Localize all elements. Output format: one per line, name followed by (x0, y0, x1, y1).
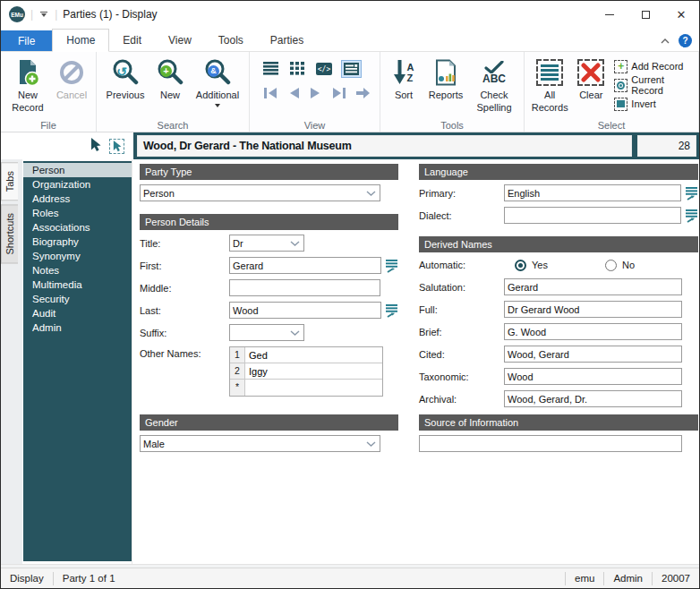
minimize-button[interactable] (592, 1, 627, 28)
reports-icon (434, 57, 457, 88)
sidebar-item-multimedia[interactable]: Multimedia (23, 277, 132, 292)
automatic-yes-option[interactable]: Yes (515, 260, 548, 271)
radio-selected-icon[interactable] (515, 260, 526, 271)
additional-search-button[interactable]: & Additional (190, 55, 245, 110)
status-record-position: Party 1 of 1 (54, 572, 124, 585)
lookup-list-icon[interactable] (385, 303, 398, 318)
title-combobox[interactable]: Dr (229, 235, 304, 252)
sidebar-item-audit[interactable]: Audit (23, 306, 132, 320)
party-type-combobox[interactable]: Person (140, 184, 380, 201)
lookup-list-icon[interactable] (685, 209, 698, 223)
new-search-button[interactable]: + New (150, 55, 190, 105)
sidebar-item-address[interactable]: Address (23, 192, 132, 206)
list-view-icon[interactable] (260, 59, 281, 78)
previous-search-button[interactable]: ↺ Previous (100, 55, 150, 105)
brief-name-input[interactable] (504, 323, 682, 340)
sidebar-item-synonymy[interactable]: Synonymy (23, 249, 132, 263)
new-record-button[interactable]: New Record (4, 55, 51, 117)
tab-file[interactable]: File (1, 30, 52, 51)
archival-name-input[interactable] (504, 390, 682, 407)
title-label: Title: (140, 238, 229, 249)
sort-button[interactable]: AZ Sort (384, 55, 423, 105)
last-name-input[interactable] (229, 302, 381, 319)
tab-edit[interactable]: Edit (109, 30, 155, 51)
maximize-button[interactable] (627, 1, 663, 28)
last-record-icon[interactable] (329, 84, 349, 102)
taxonomic-name-label: Taxonomic: (419, 371, 504, 382)
previous-record-icon[interactable] (285, 84, 303, 102)
gender-combobox[interactable]: Male (140, 435, 380, 452)
ribbon-tab-bar: File Home Edit View Tools Parties ? (1, 28, 699, 52)
cancel-button[interactable]: Cancel (51, 55, 92, 105)
grid-view-icon[interactable] (287, 59, 307, 78)
other-name-input[interactable] (245, 347, 382, 363)
section-header-gender: Gender (140, 414, 398, 431)
close-button[interactable]: ✕ (663, 1, 699, 28)
sidebar-item-admin[interactable]: Admin (23, 320, 132, 335)
check-spelling-button[interactable]: ABC Check Spelling (468, 55, 520, 117)
code-view-icon[interactable]: </> (313, 60, 335, 78)
tab-parties[interactable]: Parties (257, 30, 317, 51)
ribbon-group-file: New Record Cancel File (1, 52, 97, 132)
next-record-icon[interactable] (307, 84, 325, 102)
select-region-icon[interactable] (109, 139, 124, 154)
sidebar-item-associations[interactable]: Associations (23, 220, 132, 235)
current-record-label: Current Record (631, 74, 691, 96)
ribbon-group-search: ↺ Previous + New (97, 52, 250, 132)
sidebar-item-notes[interactable]: Notes (23, 263, 132, 277)
other-name-input[interactable] (245, 363, 382, 379)
sidebar-item-biography[interactable]: Biography (23, 235, 132, 249)
sidebar-item-security[interactable]: Security (23, 292, 132, 306)
radio-unselected-icon[interactable] (605, 260, 617, 271)
first-record-icon[interactable] (260, 84, 280, 102)
all-records-button[interactable]: All Records (528, 55, 571, 117)
new-search-icon: + (157, 57, 184, 88)
dialect-input[interactable] (504, 207, 681, 224)
status-bar: Display Party 1 of 1 emu Admin 20007 (1, 568, 699, 588)
automatic-no-option[interactable]: No (605, 260, 635, 271)
person-form: Party Type Person Person Details Title: (132, 159, 699, 564)
sidebar-item-roles[interactable]: Roles (23, 206, 132, 220)
all-records-label: All Records (532, 90, 568, 115)
suffix-combobox[interactable] (229, 324, 304, 341)
current-record-button[interactable]: Current Record (610, 77, 695, 93)
full-name-input[interactable] (504, 301, 682, 318)
help-icon[interactable]: ? (679, 34, 692, 47)
taxonomic-name-input[interactable] (504, 368, 682, 385)
rail-tab-shortcuts[interactable]: Shortcuts (1, 204, 18, 263)
tab-tools[interactable]: Tools (205, 30, 257, 51)
clear-selection-button[interactable]: Clear (571, 55, 610, 105)
goto-record-icon[interactable] (354, 84, 373, 102)
cited-name-input[interactable] (504, 346, 682, 363)
lookup-list-icon[interactable] (385, 259, 398, 273)
invert-selection-button[interactable]: Invert (610, 96, 695, 112)
first-name-input[interactable] (229, 257, 381, 274)
other-name-input[interactable] (245, 380, 382, 396)
tab-view[interactable]: View (155, 30, 205, 51)
cited-name-label: Cited: (419, 349, 504, 360)
status-mode: Display (1, 572, 54, 585)
details-view-icon[interactable] (341, 60, 362, 78)
record-header-strip: Wood, Dr Gerard - The National Museum 28 (1, 132, 699, 159)
rail-tab-tabs[interactable]: Tabs (1, 162, 18, 201)
previous-search-label: Previous (107, 90, 145, 102)
collapse-ribbon-icon[interactable] (661, 38, 670, 44)
reports-button[interactable]: Reports (423, 55, 468, 105)
tab-rail: Tabs Shortcuts (1, 159, 22, 564)
primary-language-input[interactable] (504, 184, 681, 201)
sidebar-item-person[interactable]: Person (23, 163, 132, 177)
current-record-icon (614, 79, 627, 92)
cancel-icon (59, 57, 84, 88)
source-of-information-input[interactable] (419, 435, 682, 452)
gender-value: Male (143, 439, 366, 449)
add-record-button[interactable]: + Add Record (610, 58, 695, 74)
quick-access-dropdown-icon[interactable] (38, 12, 49, 17)
select-pointer-icon[interactable] (90, 138, 101, 154)
lookup-list-icon[interactable] (685, 186, 698, 201)
salutation-input[interactable] (504, 278, 682, 295)
add-record-label: Add Record (631, 61, 683, 72)
sidebar-item-organization[interactable]: Organization (23, 177, 132, 192)
tab-home[interactable]: Home (52, 29, 109, 52)
middle-name-input[interactable] (229, 279, 380, 296)
title-bar: EMu | | Parties (1) - Display ✕ (1, 1, 699, 28)
